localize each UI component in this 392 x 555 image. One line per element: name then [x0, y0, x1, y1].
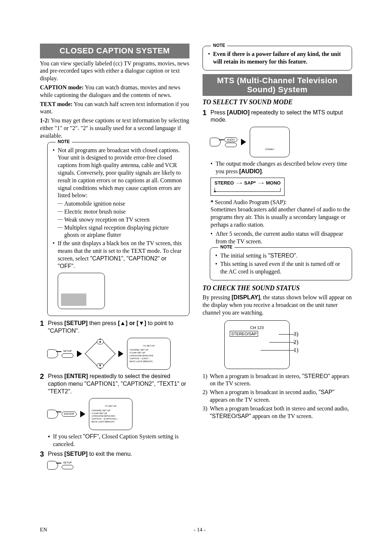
- status-list: 1)When a program is broadcast in stereo,…: [203, 373, 352, 420]
- tv-line: CAPTION ---[CAPTION1]---: [91, 418, 130, 421]
- note-bullet-2: If the unit displays a black box on the …: [53, 240, 184, 309]
- cycle-mono: MONO: [266, 180, 281, 186]
- left-column: CLOSED CAPTION SYSTEM You can view speci…: [40, 44, 189, 473]
- step-2-note-off: "OFF": [83, 433, 99, 439]
- nav-dpad: ▲ ▼: [86, 341, 115, 367]
- cycle-intro-key: [AUDIO]: [239, 168, 262, 174]
- step-1-num: 1: [40, 320, 45, 335]
- note-mts-1-val: "STEREO".: [268, 252, 298, 259]
- note-bullet-1: Not all programs are broadcast with clos…: [53, 147, 184, 239]
- tv-title: - TV SET UP -: [91, 405, 130, 408]
- list-2-post: appears on the TV screen.: [210, 397, 270, 403]
- note-mts-2: This setting is saved even if the unit i…: [215, 260, 347, 276]
- tv-line: V-CHIP SET UP: [130, 352, 168, 355]
- mts-step-1-illustration: AUDIO STEREO: [210, 127, 352, 157]
- audio-button-label: AUDIO: [224, 137, 237, 142]
- grey-block: [61, 293, 86, 306]
- one-two: 1-2: You may get these captions or text …: [40, 117, 189, 139]
- caption-mode-label: CAPTION mode:: [40, 84, 83, 90]
- status-value: STEREO/SAP: [230, 331, 258, 337]
- mts-step-1-num: 1: [203, 109, 208, 124]
- list-1-val: "STEREO": [302, 373, 330, 379]
- note-mts-1-pre: The initial setting is: [220, 252, 268, 259]
- hand-icon: [47, 349, 58, 358]
- one-two-text: You may get these captions or text infor…: [40, 117, 189, 139]
- note-memory-text-inner: Even if there is a power failure of any …: [213, 51, 341, 65]
- down-button-icon: ▼: [97, 363, 104, 368]
- cycle-intro: The output mode changes as described bel…: [211, 160, 352, 175]
- check-sound-text: By pressing [DISPLAY], the status shown …: [203, 294, 352, 316]
- tv-screen-textmode: [58, 273, 105, 309]
- check-sound-key: [DISPLAY]: [232, 294, 260, 300]
- status-channel: CH 123: [230, 325, 284, 330]
- tv-line: V-CHIP SET UP: [91, 412, 130, 415]
- mts-step-1: 1 Press [AUDIO] repeatedly to select the…: [203, 109, 352, 124]
- note-dash-1: Automobile ignition noise: [58, 200, 184, 208]
- cycle-diagram: STEREO → SAP* → MONO ▲: [211, 178, 285, 196]
- tv-line: CHANNEL SET UP: [91, 409, 130, 412]
- step-1-pre: Press: [48, 320, 64, 326]
- hand-icon: [47, 410, 58, 418]
- audio-button-icon: [225, 143, 237, 147]
- up-button-icon: ▲: [97, 339, 104, 344]
- list-3-pre: When a program broadcast both in stereo …: [210, 405, 349, 412]
- caption-mode: CAPTION mode: You can watch dramas, movi…: [40, 84, 189, 99]
- tv-setup-screen-2: - TV SET UP - CHANNEL SET UP V-CHIP SET …: [89, 398, 132, 430]
- note-dash-3: Weak snowy reception on TV screen: [58, 216, 184, 224]
- sap-name: Second Audio Program (SAP):: [213, 199, 287, 205]
- step-1-illustration: SETUP ▲ ▼ - TV SET UP - CHANNEL SET UP V…: [47, 338, 189, 370]
- arrow-icon: →: [256, 180, 266, 186]
- note-label: NOTE: [218, 244, 234, 250]
- cycle-sap: SAP*: [244, 180, 256, 186]
- list-2-pre: When a program is broadcast in second au…: [210, 389, 319, 395]
- tv-setup-screen-1: - TV SET UP - CHANNEL SET UP V-CHIP SET …: [127, 338, 171, 370]
- setup-button-icon: [62, 353, 73, 358]
- tv-stereo-text: STEREO: [265, 148, 274, 151]
- arrow-icon: [77, 351, 82, 357]
- step-3-body: Press [SETUP] to exit the menu.: [48, 450, 189, 458]
- setup-button-label: SETUP: [63, 349, 72, 353]
- step-1-setup: [SETUP]: [64, 320, 87, 326]
- step-3-pre: Press: [48, 451, 64, 457]
- list-2-val: "SAP": [319, 389, 334, 395]
- cycle-intro-pre: The output mode changes as described bel…: [216, 161, 347, 174]
- step-1-post: to point to: [146, 320, 173, 326]
- check-sound-subheading: TO CHECK THE SOUND STATUS: [203, 284, 352, 292]
- note-box-memory: NOTE Even if there is a power failure of…: [203, 46, 352, 70]
- step-2: 2 Press [ENTER] repeatedly to select the…: [40, 373, 189, 395]
- note-memory-text: Even if there is a power failure of any …: [208, 50, 347, 66]
- step-2-note-pre: If you select: [53, 433, 83, 439]
- arrow-icon: [118, 351, 123, 357]
- note-label: NOTE: [211, 43, 227, 49]
- step-1-caption: "CAPTION".: [48, 328, 79, 334]
- hand-icon: [210, 138, 221, 146]
- mts-step-1-pre: Press: [211, 109, 227, 116]
- footer-left: EN: [40, 526, 47, 534]
- mts-heading: MTS (Multi-Channel Television Sound) Sys…: [203, 74, 352, 96]
- arrow-icon: →: [234, 180, 244, 186]
- tv-line: CHANNEL SET UP: [130, 349, 168, 352]
- mts-step-1-audio: [AUDIO]: [227, 109, 249, 116]
- step-1-keys: [▲] or [▼]: [118, 320, 146, 326]
- step-2-illustration: ENTER - TV SET UP - CHANNEL SET UP V-CHI…: [47, 398, 189, 430]
- step-3-post: to exit the menu.: [87, 451, 132, 457]
- list-3-val: "STEREO/SAP": [210, 413, 251, 419]
- note-box-closed-caption: NOTE Not all programs are broadcast with…: [47, 142, 189, 316]
- step-3: 3 Press [SETUP] to exit the menu.: [40, 450, 189, 458]
- note-dash-4: Multiplex signal reception displaying pi…: [58, 224, 184, 239]
- sap-text: Sometimes broadcasters add another chann…: [211, 206, 350, 228]
- tv-line: CAPTION ---[OFF]---: [130, 357, 168, 360]
- note-label: NOTE: [56, 139, 72, 145]
- footer-center: - 14 -: [194, 526, 206, 534]
- note-bullet-1-text: Not all programs are broadcast with clos…: [58, 147, 182, 199]
- status-tv-screen: CH 123 STEREO/SAP: [224, 320, 290, 369]
- one-two-label: 1-2:: [40, 117, 50, 123]
- step-2-note: If you select "OFF", Closed Caption Syst…: [48, 433, 189, 448]
- tv-stereo-screen: STEREO: [250, 127, 290, 157]
- setup-button-label: SETUP: [63, 461, 72, 464]
- tv-line: LANGUAGE [ENGLISH]: [91, 415, 130, 418]
- list-item: 2)When a program is broadcast in second …: [203, 389, 352, 404]
- check-sound-pre: By pressing: [203, 294, 232, 300]
- step-1-mid: then press: [87, 320, 118, 326]
- setup-button-icon: [62, 465, 73, 469]
